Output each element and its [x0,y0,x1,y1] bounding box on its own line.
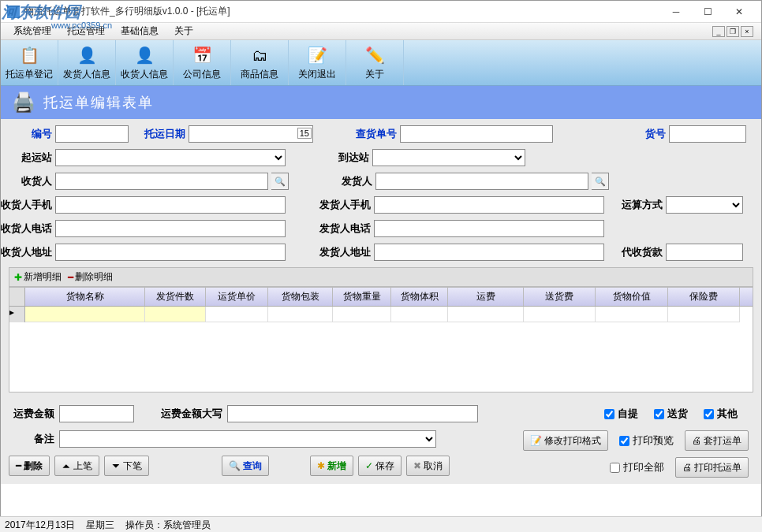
label-receiver-phone: 收货人电话 [0,221,52,236]
label-queryno: 查货单号 [343,127,397,141]
grid-body[interactable]: ▸ [9,307,753,392]
input-freight-words[interactable] [227,405,478,422]
grid-cell[interactable] [391,307,448,322]
grid-row[interactable]: ▸ [9,307,753,322]
toolbar-exit[interactable]: 📝 关闭退出 [289,40,346,85]
check-other[interactable]: 其他 [704,407,738,421]
delete-detail-label: 删除明细 [75,270,113,284]
input-receiver-phone[interactable] [55,220,286,237]
grid-cell[interactable] [145,307,206,322]
input-receiver[interactable] [55,173,268,190]
toolbar-sender[interactable]: 👤 发货人信息 [58,40,116,85]
print-set-button[interactable]: 🖨套打运单 [685,430,749,451]
label-freight-words: 运费金额大写 [151,407,222,421]
select-settle[interactable] [666,196,743,214]
label-freight-amount: 运费金额 [9,407,54,421]
input-sender[interactable] [375,173,588,190]
grid-cell[interactable] [668,307,740,322]
check-pickup[interactable]: 自提 [604,407,638,421]
calendar-icon[interactable]: 15 [297,128,312,139]
col-pack[interactable]: 货物包装 [268,288,333,306]
col-value[interactable]: 货物价值 [596,288,668,306]
toolbar-receiver[interactable]: 👤 收货人信息 [116,40,174,85]
minimize-button[interactable]: ─ [660,2,692,22]
label-number: 编号 [9,127,52,141]
about-icon: ✏️ [363,44,387,66]
col-qty[interactable]: 发货件数 [145,288,206,306]
mdi-minimize[interactable]: _ [712,26,725,37]
query-button[interactable]: 🔍查询 [222,456,269,476]
check-delivery[interactable]: 送货 [654,407,688,421]
add-detail-button[interactable]: ✚ 新增明细 [13,270,63,285]
modify-format-button[interactable]: 📝修改打印格式 [523,430,608,451]
select-origin[interactable] [55,149,286,166]
menu-system[interactable]: 系统管理 [6,23,59,39]
input-freight-amount[interactable] [59,405,134,422]
grid-cell[interactable] [25,307,145,322]
mdi-close[interactable]: × [741,26,753,37]
input-sender-phone[interactable] [374,220,604,237]
label-receiver: 收货人 [9,174,52,188]
menubar: 系统管理 托运管理 基础信息 关于 _ ❐ × [1,23,761,40]
input-cargono[interactable] [669,125,746,143]
col-name[interactable]: 货物名称 [25,288,145,306]
app-icon [7,6,20,18]
col-price[interactable]: 运货单价 [206,288,268,306]
col-insurance[interactable]: 保险费 [668,288,740,306]
label-remark: 备注 [9,432,54,446]
window-controls: ─ ☐ ✕ [660,2,755,22]
lookup-sender[interactable]: 🔍 [592,173,609,190]
star-icon: ✱ [317,460,325,471]
input-date[interactable] [189,125,313,143]
check-preview[interactable]: 打印预览 [619,433,674,448]
delete-button[interactable]: ━删除 [9,456,50,476]
goods-icon: 🗂 [248,44,271,66]
menu-consign[interactable]: 托运管理 [59,23,113,39]
input-cod[interactable] [666,244,743,261]
menu-about[interactable]: 关于 [166,23,201,39]
next-button[interactable]: ⏷下笔 [104,456,149,476]
statusbar: 2017年12月13日 星期三 操作员：系统管理员 [0,516,762,532]
input-receiver-addr[interactable] [55,244,286,261]
grid-cell[interactable] [333,307,391,322]
col-freight[interactable]: 运费 [448,288,524,306]
grid-corner [9,288,25,306]
col-weight[interactable]: 货物重量 [333,288,391,306]
grid-cell[interactable] [524,307,596,322]
grid-cell[interactable] [268,307,333,322]
select-dest[interactable] [372,149,525,166]
bottom-section: 运费金额 运费金额大写 自提 送货 其他 备注 ━删除 ⏶上笔 ⏷下笔 🔍查询 … [1,399,761,484]
maximize-button[interactable]: ☐ [692,2,723,22]
toolbar-exit-label: 关闭退出 [298,68,336,81]
toolbar-company[interactable]: 📅 公司信息 [174,40,231,85]
delete-detail-button[interactable]: ━ 删除明细 [66,270,114,285]
grid-cell[interactable] [448,307,524,322]
check-print-all[interactable]: 打印全部 [610,460,664,474]
grid-cell[interactable] [206,307,268,322]
input-queryno[interactable] [400,125,553,143]
col-volume[interactable]: 货物体积 [391,288,448,306]
toolbar-about[interactable]: ✏️ 关于 [346,40,404,85]
add-button[interactable]: ✱新增 [310,456,353,476]
mdi-restore[interactable]: ❐ [727,26,739,37]
row-selector[interactable]: ▸ [9,307,25,322]
label-receiver-mobile: 收货人手机 [0,198,52,212]
toolbar-goods[interactable]: 🗂 商品信息 [231,40,289,85]
lookup-receiver[interactable]: 🔍 [271,173,289,190]
menu-basic[interactable]: 基础信息 [113,23,166,39]
close-button[interactable]: ✕ [723,2,755,22]
printer-icon: 🖨️ [12,91,35,113]
save-button[interactable]: ✓保存 [358,456,402,476]
input-sender-mobile[interactable] [374,196,604,214]
input-sender-addr[interactable] [374,244,604,261]
select-remark[interactable] [59,430,436,448]
input-receiver-mobile[interactable] [55,196,286,214]
form-title: 托运单编辑表单 [43,93,154,112]
input-number[interactable] [55,125,129,143]
cancel-button[interactable]: ✖取消 [406,456,450,476]
grid-cell[interactable] [596,307,668,322]
col-delivery[interactable]: 送货费 [524,288,596,306]
toolbar-register[interactable]: 📋 托运单登记 [1,40,58,85]
prev-button[interactable]: ⏶上笔 [54,456,99,476]
print-waybill-button[interactable]: 🖨打印托运单 [675,457,749,478]
